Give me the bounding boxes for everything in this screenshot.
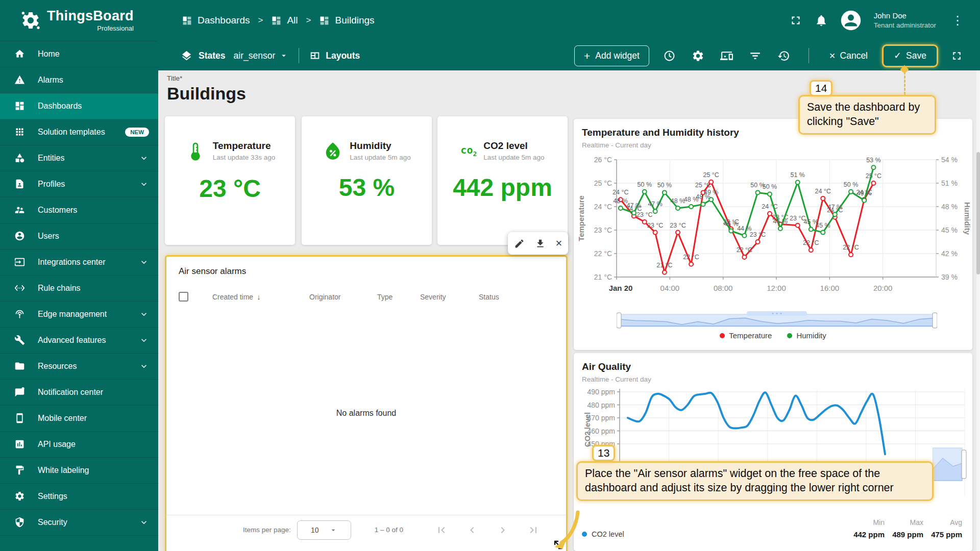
edit-pencil-icon[interactable] [514,238,525,249]
sidebar-item-customers[interactable]: Customers [0,197,158,223]
sidebar-item-mobile-center[interactable]: Mobile center [0,406,158,432]
sidebar-item-white-labeling[interactable]: White labeling [0,458,158,484]
svg-text:23 °C: 23 °C [750,231,766,238]
legend-item-humidity[interactable]: Humidity [787,331,826,340]
chevron-down-icon [139,335,149,345]
svg-text:45 %: 45 % [724,220,739,228]
select-all-checkbox[interactable] [179,292,188,302]
humidity-card-widget[interactable]: Humidity Last update 5m ago 53 % [302,116,432,245]
dashboard-toolbar: States air_sensor Layouts + Add widget [158,41,980,70]
column-header-created-time[interactable]: Created time↓ [212,292,309,301]
fullscreen-icon[interactable] [789,14,802,27]
chart-navigator[interactable] [617,311,937,329]
step-13-badge: 13 [592,445,615,461]
sidebar-item-entities[interactable]: Entities [0,145,158,171]
security-icon [14,517,26,528]
breadcrumb-buildings[interactable]: Buildings [319,15,374,26]
air-quality-widget[interactable]: Air Quality Realtime - Current day 490 p… [574,353,972,551]
timewindow-clock-icon[interactable] [658,44,681,67]
dashboards-icon [14,101,26,112]
sidebar-item-settings[interactable]: Settings [0,484,158,510]
svg-text:22 °C: 22 °C [737,246,752,254]
widget-timewindow: Realtime - Current day [574,372,972,383]
settings-icon [14,491,26,502]
sidebar-item-edge-management[interactable]: Edge management [0,302,158,328]
sidebar-item-rule-chains[interactable]: Rule chains [0,276,158,302]
dashboard-icon [319,15,330,26]
breadcrumb-all[interactable]: All [271,15,298,26]
notifications-bell-icon[interactable] [815,14,828,27]
sidebar-item-api-usage[interactable]: API usage [0,432,158,458]
legend-item-temperature[interactable]: Temperature [720,331,772,340]
sidebar-item-resources[interactable]: Resources [0,354,158,380]
layouts-button[interactable]: Layouts [309,50,360,61]
column-header-type[interactable]: Type [377,292,420,301]
co2-icon: co2 [460,145,477,157]
svg-text:50 %: 50 % [638,181,652,188]
last-page-button[interactable] [527,523,540,537]
more-menu-icon[interactable]: ⋮ [948,13,967,28]
first-page-button[interactable] [435,523,448,537]
temperature-card-widget[interactable]: Temperature Last update 33s ago 23 °C [165,116,295,245]
chevron-down-icon [279,51,288,60]
close-icon[interactable]: × [556,238,562,249]
column-header-originator[interactable]: Originator [309,292,377,301]
sidebar-item-solution-templates[interactable]: Solution templatesNEW [0,119,158,145]
scrollbar-thumb[interactable] [976,152,980,274]
widget-title: Air sensor alarms [166,257,566,277]
sidebar-item-integrations-center[interactable]: Integrations center [0,249,158,276]
air-sensor-alarms-widget[interactable]: Air sensor alarms Created time↓Originato… [165,255,568,551]
user-role: Tenant administrator [874,21,936,30]
sidebar: HomeAlarmsDashboardsSolution templatesNE… [0,41,158,551]
svg-text:50 %: 50 % [763,183,777,190]
card-last-update: Last update 5m ago [483,154,544,161]
sidebar-item-notification-center[interactable]: Notification center [0,380,158,406]
sidebar-item-dashboards[interactable]: Dashboards [0,93,158,119]
entity-aliases-devices-icon[interactable] [715,44,739,67]
sidebar-item-alarms[interactable]: Alarms [0,67,158,93]
sidebar-item-profiles[interactable]: Profiles [0,171,158,197]
breadcrumb-dashboards[interactable]: Dashboards [182,15,250,26]
chart-navigator[interactable] [933,443,969,486]
fullscreen-icon[interactable] [945,44,968,67]
svg-text:51 %: 51 % [941,179,958,187]
avatar[interactable] [840,10,862,31]
api-icon [14,439,26,450]
column-header-status[interactable]: Status [479,292,566,301]
sidebar-item-security[interactable]: Security [0,510,158,536]
sidebar-item-users[interactable]: Users [0,223,158,249]
svg-text:22 °C: 22 °C [683,254,699,261]
cancel-button[interactable]: × Cancel [822,46,875,65]
svg-text:21 °C: 21 °C [656,262,672,269]
svg-text:54 %: 54 % [941,156,958,164]
download-icon[interactable] [535,238,546,249]
dashboard-settings-gear-icon[interactable] [687,44,710,67]
next-page-button[interactable] [496,523,509,537]
add-widget-button[interactable]: + Add widget [574,45,649,66]
sidebar-item-advanced-features[interactable]: Advanced features [0,328,158,354]
svg-text:22 °C: 22 °C [843,244,859,251]
svg-text:42 %: 42 % [941,249,958,258]
scrollbar[interactable] [976,70,980,551]
states-label: States [199,51,226,61]
svg-text:16:00: 16:00 [820,284,840,292]
save-button[interactable]: ✓ Save [882,44,938,67]
user-info[interactable]: John Doe Tenant administrator [874,11,936,30]
chevron-down-icon [329,526,337,534]
version-control-history-icon[interactable] [772,44,796,67]
filters-icon[interactable] [744,44,767,67]
legend-item-co2[interactable]: CO2 level [582,530,624,538]
previous-page-button[interactable] [465,523,479,537]
column-header-severity[interactable]: Severity [420,292,479,301]
home-icon [14,48,26,60]
state-select[interactable]: air_sensor [234,51,289,61]
sidebar-item-home[interactable]: Home [0,41,158,67]
close-icon: × [829,51,836,61]
card-title: Humidity [350,141,410,152]
svg-text:08:00: 08:00 [714,284,733,292]
dashboard-title-input[interactable]: Buildings [167,84,246,104]
plus-icon: + [584,51,590,61]
co2-card-widget[interactable]: co2 CO2 level Last update 5m ago 442 ppm [437,116,568,245]
temperature-humidity-history-widget[interactable]: Temperature and Humidity history Realtim… [574,119,972,350]
items-per-page-select[interactable]: 10 [297,520,351,540]
